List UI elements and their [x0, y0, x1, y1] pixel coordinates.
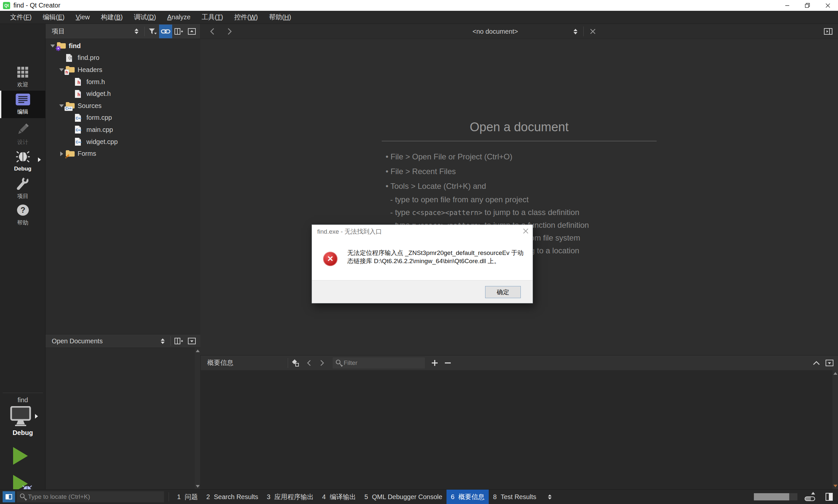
headers-folder-icon: h: [66, 66, 75, 74]
scroll-up-icon[interactable]: [834, 372, 837, 375]
edit-document-icon: [16, 94, 30, 105]
menu-edit[interactable]: 编辑(E): [37, 13, 70, 22]
debug-flyout-icon[interactable]: [38, 158, 41, 162]
tree-row-forms[interactable]: Forms: [46, 148, 200, 160]
output-filter-field[interactable]: [333, 357, 425, 368]
sync-with-editor-icon[interactable]: [159, 24, 172, 38]
menu-debug[interactable]: 调试(D): [128, 13, 162, 22]
mode-help[interactable]: ? 帮助: [0, 202, 46, 228]
menu-file[interactable]: 文件(F): [4, 13, 37, 22]
kit-flyout-icon[interactable]: [35, 414, 38, 418]
placeholder-sub-bullet: - type c<space><pattern> to jump to a cl…: [382, 206, 657, 219]
scroll-down-icon[interactable]: [834, 485, 837, 487]
document-selector[interactable]: <no document>: [443, 24, 548, 39]
restore-icon: [805, 3, 810, 8]
mode-sidebar: 欢迎 编辑 设计: [0, 24, 46, 489]
mode-welcome[interactable]: 欢迎: [0, 64, 46, 91]
tree-row-widget-cpp[interactable]: C++ widget.cpp: [46, 136, 200, 148]
dialog-close-button[interactable]: [523, 228, 529, 234]
mode-projects[interactable]: 项目: [0, 175, 46, 201]
tree-row-find[interactable]: find: [46, 40, 200, 52]
editor-area: Open a document • File > Open File or Pr…: [200, 39, 838, 355]
cpp-file-icon: C++: [74, 125, 84, 134]
menu-help[interactable]: 帮助(H): [264, 13, 297, 22]
menu-view[interactable]: View: [70, 14, 95, 21]
output-tab-qml-debugger[interactable]: 5QML Debugger Console: [360, 490, 446, 504]
split-pane-icon[interactable]: [172, 334, 185, 348]
tree-row-widget-h[interactable]: h widget.h: [46, 88, 200, 100]
toggle-right-sidebar-button[interactable]: [825, 493, 833, 501]
prev-item-icon[interactable]: [302, 356, 316, 370]
menu-build[interactable]: 构建(B): [95, 13, 128, 22]
forward-icon[interactable]: [223, 24, 236, 38]
zoom-in-icon[interactable]: [428, 356, 441, 370]
tree-row-headers[interactable]: h Headers: [46, 64, 200, 76]
progress-details-button[interactable]: [805, 492, 816, 501]
output-tab-compile-output[interactable]: 4编译输出: [318, 490, 360, 504]
close-output-icon[interactable]: [823, 356, 836, 370]
output-tabs-updown-icon[interactable]: [543, 490, 556, 504]
mode-debug[interactable]: Debug: [0, 148, 46, 175]
scroll-up-icon[interactable]: [196, 349, 200, 352]
menu-analyze[interactable]: Analyze: [162, 14, 196, 21]
menu-tools[interactable]: 工具(T): [196, 13, 229, 22]
close-button[interactable]: [818, 0, 838, 11]
tree-row-form-h[interactable]: h form.h: [46, 76, 200, 88]
tree-row-find-pro[interactable]: Qt find.pro: [46, 52, 200, 64]
grid-icon: [17, 67, 29, 78]
editor-toolbar: <no document>: [200, 24, 838, 39]
monitor-icon: [9, 406, 32, 427]
pane-selector-updown-icon[interactable]: [130, 24, 143, 38]
mode-edit[interactable]: 编辑: [0, 91, 46, 118]
minimize-button[interactable]: [777, 0, 798, 11]
output-tab-issues[interactable]: 1问题: [173, 490, 202, 504]
tree-row-main-cpp[interactable]: C++ main.cpp: [46, 124, 200, 136]
open-documents-updown-icon[interactable]: [156, 334, 169, 348]
maximize-output-icon[interactable]: [810, 356, 823, 370]
tree-row-form-cpp[interactable]: C++ form.cpp: [46, 112, 200, 124]
error-icon: ✕: [323, 252, 338, 266]
minimize-icon: [785, 3, 790, 8]
placeholder-sub-bullet: - type to open file from any open projec…: [382, 194, 657, 206]
menu-widgets[interactable]: 控件(W): [229, 13, 263, 22]
output-scrollbar[interactable]: [833, 370, 838, 489]
ok-button[interactable]: 确定: [485, 286, 521, 298]
close-pane-down-icon[interactable]: [185, 334, 198, 348]
filter-icon[interactable]: [146, 24, 159, 38]
run-button[interactable]: [13, 447, 28, 465]
pane-selector[interactable]: 项目: [52, 27, 65, 36]
locator-field[interactable]: [17, 491, 164, 502]
menubar: 文件(F) 编辑(E) View 构建(B) 调试(D) Analyze 工具(…: [0, 11, 838, 24]
dialog-message: 无法定位程序输入点 _ZNSt3pmr20get_default_resourc…: [347, 249, 526, 265]
document-updown-icon[interactable]: [569, 24, 582, 38]
open-documents-title[interactable]: Open Documents: [52, 338, 103, 345]
next-item-icon[interactable]: [316, 356, 329, 370]
locator-input[interactable]: [28, 493, 164, 501]
output-tab-summary[interactable]: 6概要信息: [446, 490, 489, 504]
output-tab-search-results[interactable]: 2Search Results: [202, 490, 263, 504]
restore-button[interactable]: [798, 0, 818, 11]
back-icon[interactable]: [206, 24, 219, 38]
close-pane-up-icon[interactable]: [185, 24, 198, 38]
gear-icon: [56, 46, 61, 51]
clear-output-icon[interactable]: [289, 356, 302, 370]
scroll-down-icon[interactable]: [196, 485, 200, 488]
split-editor-icon[interactable]: [822, 24, 835, 38]
kit-project-name: find: [0, 396, 46, 404]
close-document-icon[interactable]: [586, 24, 599, 38]
project-folder-icon: [57, 41, 66, 50]
zoom-out-icon[interactable]: [441, 356, 454, 370]
output-filter-input[interactable]: [343, 359, 425, 367]
open-documents-scrollbar[interactable]: [195, 348, 200, 489]
mode-design[interactable]: 设计: [0, 121, 46, 148]
output-tab-test-results[interactable]: 8Test Results: [489, 490, 540, 504]
project-tree: find Qt find.pro h Headers h form.h: [46, 39, 200, 334]
wrench-icon: [16, 177, 30, 190]
output-tab-application-output[interactable]: 3应用程序输出: [263, 490, 318, 504]
help-icon: ?: [16, 204, 30, 216]
kit-selector-button[interactable]: [9, 406, 32, 427]
toggle-left-sidebar-button[interactable]: [3, 491, 15, 502]
split-pane-icon[interactable]: [172, 24, 185, 38]
tree-row-sources[interactable]: C++ Sources: [46, 100, 200, 112]
close-icon: [523, 228, 529, 234]
